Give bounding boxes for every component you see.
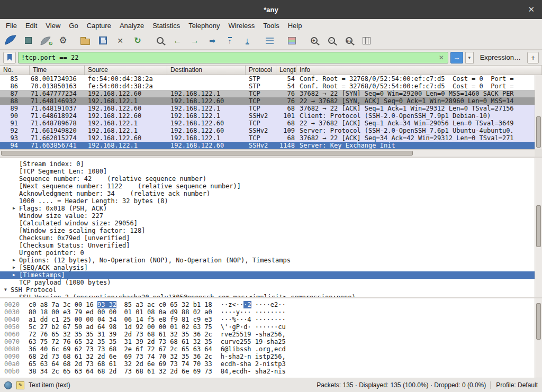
zoom-100-button[interactable]: 1:1: [341, 33, 357, 48]
column-header-protocol[interactable]: Protocol: [246, 66, 276, 75]
restart-capture-button[interactable]: ↻: [38, 33, 53, 48]
scrollbar-thumb[interactable]: [1, 151, 413, 156]
find-packet-button[interactable]: [152, 33, 168, 48]
detail-line[interactable]: ▼SSH Protocol: [0, 286, 535, 294]
menu-item-help[interactable]: Help: [284, 20, 306, 31]
menu-item-wireless[interactable]: Wireless: [224, 20, 259, 31]
column-header-destination[interactable]: Destination: [167, 66, 246, 75]
expand-arrow-icon[interactable]: ▶: [12, 205, 19, 212]
autoscroll-button[interactable]: [261, 33, 277, 48]
last-packet-button[interactable]: ↓: [239, 33, 255, 48]
detail-line[interactable]: TCP payload (1080 bytes): [0, 279, 535, 286]
menu-item-tools[interactable]: Tools: [259, 20, 283, 31]
detail-line[interactable]: [TCP Segment Len: 1080]: [0, 168, 535, 175]
menu-item-telephony[interactable]: Telephony: [184, 20, 224, 31]
expression-button[interactable]: Expression…: [476, 53, 525, 61]
menu-item-view[interactable]: View: [41, 20, 65, 31]
column-header-length[interactable]: Length: [276, 66, 296, 75]
detail-line[interactable]: [Window size scaling factor: 128]: [0, 227, 535, 234]
detail-line[interactable]: Urgent pointer: 0: [0, 249, 535, 257]
add-filter-button[interactable]: +: [527, 52, 539, 63]
detail-line[interactable]: ▶[SEQ/ACK analysis]: [0, 264, 535, 271]
column-header-info[interactable]: Info: [296, 66, 542, 75]
menu-item-analyze[interactable]: Analyze: [115, 20, 148, 31]
open-file-button[interactable]: [77, 33, 93, 48]
first-packet-button[interactable]: ↑: [222, 33, 238, 48]
packet-row[interactable]: 8670.013850163fe:54:00:d4:38:2aSTP54Conf…: [0, 83, 535, 90]
scrollbar-thumb[interactable]: [536, 303, 541, 340]
go-forward-button[interactable]: →: [187, 33, 203, 48]
detail-line[interactable]: Window size value: 227: [0, 212, 535, 220]
go-back-button[interactable]: ←: [169, 33, 185, 48]
menu-item-capture[interactable]: Capture: [83, 20, 115, 31]
detail-line[interactable]: 1000 .... = Header Length: 32 bytes (8): [0, 197, 535, 205]
packet-row[interactable]: 8971.648191037192.168.122.60192.168.122.…: [0, 105, 535, 112]
detail-line[interactable]: ▶Options: (12 bytes), No-Operation (NOP)…: [0, 257, 535, 264]
goto-packet-button[interactable]: ⇒: [204, 33, 220, 48]
column-header-no[interactable]: No.: [0, 66, 30, 75]
zoom-out-button[interactable]: −: [323, 33, 339, 48]
clear-filter-icon[interactable]: ✕: [438, 54, 445, 61]
display-filter-input[interactable]: [21, 54, 436, 61]
detail-line[interactable]: Checksum: 0x79ed [unverified]: [0, 234, 535, 242]
display-filter-field[interactable]: ✕: [18, 52, 448, 63]
scrollbar-thumb[interactable]: [536, 116, 541, 148]
menu-item-edit[interactable]: Edit: [21, 20, 41, 31]
detail-line[interactable]: Acknowledgment number: 34 (relative ack …: [0, 190, 535, 197]
packet-row[interactable]: 8568.001734936fe:54:00:d4:38:2aSTP54Conf…: [0, 75, 535, 83]
detail-line[interactable]: Sequence number: 42 (relative sequence n…: [0, 175, 535, 183]
packet-list-vertical-scrollbar[interactable]: [535, 75, 542, 149]
expand-arrow-icon[interactable]: ▶: [12, 264, 19, 271]
detail-line[interactable]: [Calculated window size: 29056]: [0, 220, 535, 227]
packet-row[interactable]: 9371.662015274192.168.122.60192.168.122.…: [0, 134, 535, 142]
packet-row[interactable]: 8871.648146932192.168.122.1192.168.122.6…: [0, 97, 535, 105]
expert-info-icon[interactable]: [4, 381, 12, 389]
packet-row[interactable]: 8771.647777234192.168.122.60192.168.122.…: [0, 90, 535, 97]
stop-capture-button[interactable]: [20, 33, 36, 48]
zoom-in-button[interactable]: +: [306, 33, 322, 48]
hex-vertical-scrollbar[interactable]: [535, 298, 542, 378]
capture-comment-icon[interactable]: ✎: [16, 381, 24, 389]
menu-item-statistics[interactable]: Statistics: [148, 20, 184, 31]
detail-line[interactable]: ▶[Timestamps]: [0, 271, 535, 279]
hex-row[interactable]: 0040a1 dd c1 25 00 00 04 34 06 14 f5 e8 …: [4, 316, 542, 323]
status-profile-text[interactable]: Profile: Default: [490, 381, 538, 389]
detail-vertical-scrollbar[interactable]: [535, 158, 542, 297]
packet-row[interactable]: 9471.663856741192.168.122.1192.168.122.6…: [0, 142, 535, 149]
detail-line[interactable]: [Next sequence number: 1122 (relative se…: [0, 183, 535, 190]
resize-columns-button[interactable]: [358, 33, 374, 48]
save-file-button[interactable]: [95, 33, 111, 48]
hex-row[interactable]: 007063 75 72 76 65 32 35 35 31 39 2d 73 …: [4, 338, 542, 345]
filter-dropdown-button[interactable]: ▾: [465, 52, 474, 63]
hex-row[interactable]: 00a065 63 64 68 2d 73 68 61 32 2d 6e 69 …: [4, 360, 542, 368]
detail-line[interactable]: SSH Version 2 (encryption:chacha20-poly1…: [0, 294, 535, 297]
packet-row[interactable]: 9171.648789678192.168.122.1192.168.122.6…: [0, 120, 535, 127]
hex-row[interactable]: 006072 76 65 32 35 35 31 39 2d 73 68 61 …: [4, 331, 542, 338]
detail-line[interactable]: [Checksum Status: Unverified]: [0, 242, 535, 249]
hex-row[interactable]: 00b038 34 2c 65 63 64 68 2d 73 68 61 32 …: [4, 368, 542, 375]
menu-item-go[interactable]: Go: [65, 20, 82, 31]
capture-options-button[interactable]: ⚙: [55, 33, 71, 48]
expand-arrow-icon[interactable]: ▶: [12, 257, 19, 264]
start-capture-button[interactable]: [3, 33, 19, 48]
close-file-button[interactable]: ✕: [112, 33, 128, 48]
hex-row[interactable]: 003080 18 00 e3 79 ed 00 00 01 01 08 0a …: [4, 308, 542, 316]
colorize-button[interactable]: [284, 33, 300, 48]
hex-row[interactable]: 008036 40 6c 69 62 73 73 68 2e 6f 72 67 …: [4, 345, 542, 353]
menu-item-file[interactable]: File: [2, 20, 21, 31]
packet-list-horizontal-scrollbar[interactable]: [0, 149, 535, 157]
detail-line[interactable]: [Stream index: 0]: [0, 160, 535, 168]
apply-filter-button[interactable]: →: [450, 52, 463, 63]
hex-row[interactable]: 0020c0 a8 7a 3c 00 16 93 32 85 a3 ac c0 …: [4, 301, 542, 308]
column-header-time[interactable]: Time: [30, 66, 85, 75]
expand-arrow-icon[interactable]: ▼: [3, 286, 11, 294]
hex-row[interactable]: 009068 2d 73 68 61 32 2d 6e 69 73 74 70 …: [4, 353, 542, 360]
filter-bookmark-button[interactable]: [3, 52, 16, 63]
detail-line[interactable]: ▶Flags: 0x018 (PSH, ACK): [0, 205, 535, 212]
hex-row[interactable]: 00505c 27 b2 67 50 ad 64 98 1d 92 00 00 …: [4, 323, 542, 331]
column-header-source[interactable]: Source: [85, 66, 167, 75]
close-icon[interactable]: ✕: [528, 0, 535, 19]
packet-row[interactable]: 9271.661949820192.168.122.1192.168.122.6…: [0, 127, 535, 134]
reload-file-button[interactable]: ↻: [130, 33, 146, 48]
packet-row[interactable]: 9071.648618924192.168.122.60192.168.122.…: [0, 112, 535, 120]
